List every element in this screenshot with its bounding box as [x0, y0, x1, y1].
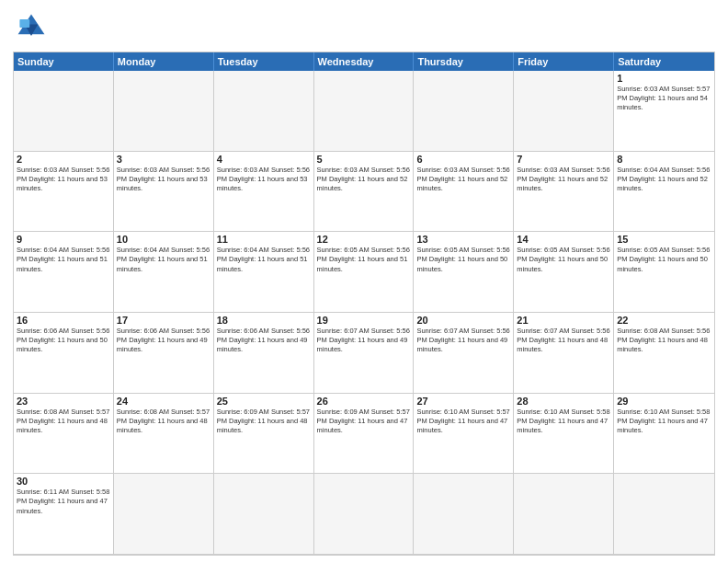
- day-info: Sunrise: 6:11 AM Sunset: 5:58 PM Dayligh…: [17, 488, 110, 515]
- day-info: Sunrise: 6:03 AM Sunset: 5:56 PM Dayligh…: [217, 166, 311, 193]
- calendar-day-21: 21Sunrise: 6:07 AM Sunset: 5:56 PM Dayli…: [514, 313, 614, 394]
- logo-icon: [13, 11, 50, 44]
- day-info: Sunrise: 6:07 AM Sunset: 5:56 PM Dayligh…: [517, 327, 610, 354]
- day-info: Sunrise: 6:08 AM Sunset: 5:56 PM Dayligh…: [617, 327, 711, 354]
- calendar-day-3: 3Sunrise: 6:03 AM Sunset: 5:56 PM Daylig…: [114, 152, 214, 233]
- calendar-day-20: 20Sunrise: 6:07 AM Sunset: 5:56 PM Dayli…: [414, 313, 514, 394]
- day-number: 4: [217, 154, 311, 165]
- day-info: Sunrise: 6:05 AM Sunset: 5:56 PM Dayligh…: [317, 246, 411, 273]
- calendar-day-8: 8Sunrise: 6:04 AM Sunset: 5:56 PM Daylig…: [614, 152, 714, 233]
- day-info: Sunrise: 6:10 AM Sunset: 5:58 PM Dayligh…: [617, 408, 711, 435]
- day-number: 29: [617, 396, 711, 407]
- day-number: 30: [17, 476, 110, 487]
- day-number: 3: [117, 154, 210, 165]
- day-headers: SundayMondayTuesdayWednesdayThursdayFrid…: [14, 52, 714, 71]
- day-info: Sunrise: 6:04 AM Sunset: 5:56 PM Dayligh…: [17, 246, 110, 273]
- day-number: 12: [317, 234, 411, 245]
- calendar-empty-cell: [514, 474, 614, 555]
- day-number: 8: [617, 154, 711, 165]
- calendar-day-10: 10Sunrise: 6:04 AM Sunset: 5:56 PM Dayli…: [114, 232, 214, 313]
- svg-rect-2: [19, 19, 29, 28]
- day-number: 21: [517, 315, 610, 326]
- day-info: Sunrise: 6:03 AM Sunset: 5:56 PM Dayligh…: [17, 166, 110, 193]
- day-header-thursday: Thursday: [414, 52, 514, 71]
- day-info: Sunrise: 6:09 AM Sunset: 5:57 PM Dayligh…: [217, 408, 311, 435]
- calendar-empty-cell: [114, 474, 214, 555]
- calendar-empty-cell: [314, 474, 415, 555]
- calendar-day-5: 5Sunrise: 6:03 AM Sunset: 5:56 PM Daylig…: [314, 152, 415, 233]
- day-number: 14: [517, 234, 610, 245]
- day-info: Sunrise: 6:03 AM Sunset: 5:56 PM Dayligh…: [317, 166, 411, 193]
- day-header-monday: Monday: [114, 52, 214, 71]
- day-number: 27: [416, 396, 510, 407]
- day-info: Sunrise: 6:03 AM Sunset: 5:56 PM Dayligh…: [416, 166, 510, 193]
- day-info: Sunrise: 6:10 AM Sunset: 5:58 PM Dayligh…: [517, 408, 610, 435]
- calendar-day-19: 19Sunrise: 6:07 AM Sunset: 5:56 PM Dayli…: [314, 313, 415, 394]
- calendar-day-30: 30Sunrise: 6:11 AM Sunset: 5:58 PM Dayli…: [14, 474, 114, 555]
- day-number: 15: [617, 234, 711, 245]
- day-number: 11: [217, 234, 311, 245]
- calendar-empty-cell: [414, 474, 514, 555]
- day-number: 22: [617, 315, 711, 326]
- calendar-day-6: 6Sunrise: 6:03 AM Sunset: 5:56 PM Daylig…: [414, 152, 514, 233]
- calendar-day-17: 17Sunrise: 6:06 AM Sunset: 5:56 PM Dayli…: [114, 313, 214, 394]
- day-number: 5: [317, 154, 411, 165]
- calendar-day-25: 25Sunrise: 6:09 AM Sunset: 5:57 PM Dayli…: [214, 394, 314, 475]
- logo: [13, 11, 55, 44]
- calendar-empty-cell: [414, 71, 514, 152]
- calendar-empty-cell: [114, 71, 214, 152]
- calendar-day-23: 23Sunrise: 6:08 AM Sunset: 5:57 PM Dayli…: [14, 394, 114, 475]
- calendar-empty-cell: [14, 71, 114, 152]
- day-number: 23: [17, 396, 110, 407]
- day-number: 24: [117, 396, 210, 407]
- day-number: 26: [317, 396, 411, 407]
- day-info: Sunrise: 6:06 AM Sunset: 5:56 PM Dayligh…: [17, 327, 110, 354]
- calendar-day-2: 2Sunrise: 6:03 AM Sunset: 5:56 PM Daylig…: [14, 152, 114, 233]
- header: [13, 11, 715, 44]
- day-info: Sunrise: 6:05 AM Sunset: 5:56 PM Dayligh…: [416, 246, 510, 273]
- day-info: Sunrise: 6:08 AM Sunset: 5:57 PM Dayligh…: [17, 408, 110, 435]
- day-number: 10: [117, 234, 210, 245]
- day-number: 20: [416, 315, 510, 326]
- day-info: Sunrise: 6:04 AM Sunset: 5:56 PM Dayligh…: [217, 246, 311, 273]
- calendar-day-13: 13Sunrise: 6:05 AM Sunset: 5:56 PM Dayli…: [414, 232, 514, 313]
- calendar-day-1: 1Sunrise: 6:03 AM Sunset: 5:57 PM Daylig…: [614, 71, 714, 152]
- calendar-day-9: 9Sunrise: 6:04 AM Sunset: 5:56 PM Daylig…: [14, 232, 114, 313]
- calendar-empty-cell: [514, 71, 614, 152]
- day-number: 25: [217, 396, 311, 407]
- day-info: Sunrise: 6:03 AM Sunset: 5:56 PM Dayligh…: [117, 166, 210, 193]
- calendar-day-26: 26Sunrise: 6:09 AM Sunset: 5:57 PM Dayli…: [314, 394, 415, 475]
- day-info: Sunrise: 6:09 AM Sunset: 5:57 PM Dayligh…: [317, 408, 411, 435]
- day-info: Sunrise: 6:03 AM Sunset: 5:57 PM Dayligh…: [617, 85, 711, 112]
- day-info: Sunrise: 6:05 AM Sunset: 5:56 PM Dayligh…: [517, 246, 610, 273]
- calendar-body: 1Sunrise: 6:03 AM Sunset: 5:57 PM Daylig…: [14, 71, 714, 555]
- day-number: 9: [17, 234, 110, 245]
- day-number: 13: [416, 234, 510, 245]
- calendar-day-15: 15Sunrise: 6:05 AM Sunset: 5:56 PM Dayli…: [614, 232, 714, 313]
- day-number: 18: [217, 315, 311, 326]
- calendar-empty-cell: [214, 474, 314, 555]
- calendar-day-28: 28Sunrise: 6:10 AM Sunset: 5:58 PM Dayli…: [514, 394, 614, 475]
- day-header-saturday: Saturday: [614, 52, 714, 71]
- page: SundayMondayTuesdayWednesdayThursdayFrid…: [0, 0, 728, 563]
- day-info: Sunrise: 6:03 AM Sunset: 5:56 PM Dayligh…: [517, 166, 610, 193]
- calendar-day-18: 18Sunrise: 6:06 AM Sunset: 5:56 PM Dayli…: [214, 313, 314, 394]
- calendar-day-12: 12Sunrise: 6:05 AM Sunset: 5:56 PM Dayli…: [314, 232, 415, 313]
- calendar-empty-cell: [314, 71, 415, 152]
- calendar: SundayMondayTuesdayWednesdayThursdayFrid…: [13, 52, 715, 556]
- day-header-friday: Friday: [514, 52, 614, 71]
- calendar-day-24: 24Sunrise: 6:08 AM Sunset: 5:57 PM Dayli…: [114, 394, 214, 475]
- day-number: 1: [617, 73, 711, 84]
- day-number: 17: [117, 315, 210, 326]
- day-number: 6: [416, 154, 510, 165]
- calendar-day-14: 14Sunrise: 6:05 AM Sunset: 5:56 PM Dayli…: [514, 232, 614, 313]
- calendar-day-27: 27Sunrise: 6:10 AM Sunset: 5:57 PM Dayli…: [414, 394, 514, 475]
- day-number: 19: [317, 315, 411, 326]
- calendar-empty-cell: [214, 71, 314, 152]
- day-info: Sunrise: 6:08 AM Sunset: 5:57 PM Dayligh…: [117, 408, 210, 435]
- calendar-day-11: 11Sunrise: 6:04 AM Sunset: 5:56 PM Dayli…: [214, 232, 314, 313]
- day-number: 7: [517, 154, 610, 165]
- calendar-day-7: 7Sunrise: 6:03 AM Sunset: 5:56 PM Daylig…: [514, 152, 614, 233]
- day-number: 28: [517, 396, 610, 407]
- day-info: Sunrise: 6:04 AM Sunset: 5:56 PM Dayligh…: [617, 166, 711, 193]
